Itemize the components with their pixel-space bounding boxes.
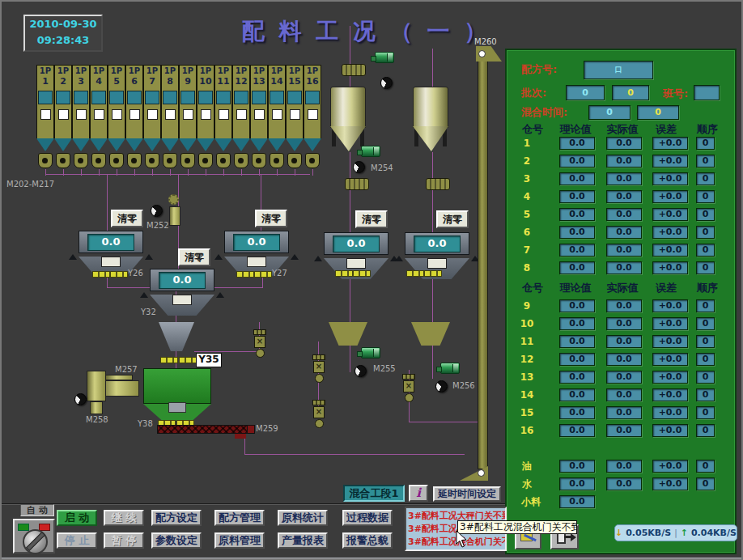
- material-stats-button[interactable]: 原料统计: [278, 510, 328, 526]
- small-material-value: 0.0: [559, 495, 595, 508]
- bin-5-order-value: 0: [696, 208, 715, 221]
- bin-9-actual-value: 0.0: [606, 299, 642, 312]
- material-manage-button[interactable]: 原料管理: [214, 532, 265, 549]
- feeder-unit-3: 1P3: [72, 65, 90, 139]
- feeder-led: [76, 109, 87, 120]
- feeder-window: [163, 91, 177, 104]
- bin-15-error-value: +0.0: [652, 406, 688, 419]
- feeder-window: [287, 91, 302, 104]
- extra-1-theory-value: 0.0: [559, 477, 595, 490]
- feeder-prefix: 1P: [269, 66, 285, 76]
- feeder-prefix: 1P: [180, 66, 196, 76]
- feeder-window: [56, 91, 70, 104]
- bin-15-theory-value: 0.0: [559, 406, 595, 419]
- feeder-window: [305, 91, 320, 104]
- gate-indicator-strip: [424, 270, 442, 277]
- feeder-prefix: 1P: [37, 66, 53, 76]
- feeder-number: 15: [287, 76, 303, 87]
- mouse-cursor: [455, 531, 468, 549]
- gate-indicator-strip: [254, 271, 272, 278]
- feeder-cone-icon: [72, 138, 90, 151]
- feeder-prefix: 1P: [55, 66, 71, 76]
- feeder-window: [252, 91, 266, 104]
- clear-button-y26[interactable]: 清零: [111, 210, 143, 227]
- mixer-feed-funnel: [159, 322, 194, 351]
- scale-gate: [427, 258, 447, 269]
- clear-button-scale5[interactable]: 清零: [436, 210, 469, 228]
- continue-button[interactable]: 继 续: [104, 510, 144, 526]
- extra-1-error-value: +0.0: [652, 477, 688, 490]
- mixer-drive: [105, 375, 133, 380]
- param-setting-button[interactable]: 参数设定: [151, 532, 202, 549]
- bin-7-error-value: +0.0: [652, 244, 688, 257]
- feeder-number: 5: [108, 76, 125, 87]
- process-data-button[interactable]: 过程数据: [342, 510, 393, 526]
- tag-y35: Y35: [196, 353, 222, 367]
- scale-housing: 0.0: [79, 231, 143, 253]
- clear-button-y27[interactable]: 清零: [255, 210, 287, 227]
- bin-2-actual-value: 0.0: [606, 155, 642, 168]
- pause-button[interactable]: 暂 停: [104, 532, 144, 549]
- mode-selector-knob[interactable]: [23, 529, 48, 554]
- extra-0-actual-value: 0.0: [606, 460, 642, 473]
- motor-icon: [361, 146, 380, 157]
- scale-housing: 0.0: [224, 231, 289, 253]
- elevator-pulley-icon: [478, 50, 486, 57]
- valve-icon: [426, 178, 450, 190]
- feeder-window: [180, 91, 195, 104]
- feeder-unit-4: 1P4: [90, 65, 108, 139]
- motor-icon: [440, 363, 460, 374]
- bin-2-error-value: +0.0: [652, 155, 688, 168]
- mixing-section-button[interactable]: 混合工段1: [343, 485, 405, 502]
- info-icon[interactable]: i: [409, 485, 428, 502]
- feeder-unit-1: 1P1: [36, 65, 54, 139]
- silo-1: [330, 87, 366, 128]
- bin-6-theory-value: 0.0: [559, 226, 595, 239]
- feeder-number: 3: [73, 76, 89, 87]
- scale-value-display: 0.0: [333, 235, 380, 252]
- feeder-unit-10: 1P10: [197, 65, 214, 139]
- bin-3-error-value: +0.0: [652, 172, 688, 185]
- slide-valve-icon: ×: [402, 374, 415, 403]
- feeder-unit-14: 1P14: [268, 65, 286, 139]
- feeder-led: [236, 109, 247, 120]
- pipe-line: [350, 345, 350, 372]
- buffer-hopper: [411, 322, 450, 346]
- clock-date: 2010-09-30: [25, 16, 101, 32]
- feeder-number: 9: [180, 76, 196, 87]
- feeder-prefix: 1P: [233, 66, 249, 76]
- status-indicator-icon: [151, 205, 163, 217]
- delay-time-button[interactable]: 延时时间设定: [433, 486, 501, 502]
- recipe-setting-button[interactable]: 配方设定: [151, 510, 202, 526]
- feeder-prefix: 1P: [215, 66, 231, 76]
- bin-10-theory-value: 0.0: [559, 317, 595, 330]
- extra-1-number: 水: [515, 477, 539, 490]
- feeder-cone-icon: [197, 138, 214, 151]
- output-report-button[interactable]: 产量报表: [278, 532, 328, 549]
- divider: [2, 504, 505, 505]
- feeder-unit-15: 1P15: [286, 65, 304, 139]
- bin-16-theory-value: 0.0: [559, 424, 595, 437]
- gate-indicator-strip: [406, 270, 424, 277]
- bin-3-order-value: 0: [696, 172, 715, 185]
- alarm-summary-button[interactable]: 报警总貌: [342, 532, 393, 549]
- clear-button-y32[interactable]: 清零: [178, 248, 210, 266]
- silo-body: [330, 87, 366, 128]
- scale-housing: 0.0: [150, 269, 214, 291]
- stop-button[interactable]: 停 止: [57, 532, 97, 549]
- recipe-manage-button[interactable]: 配方管理: [214, 510, 265, 526]
- pipe-line: [107, 174, 108, 231]
- clear-button-scale4[interactable]: 清零: [355, 210, 388, 228]
- bin-5-error-value: +0.0: [652, 208, 688, 221]
- feeder-led: [219, 109, 229, 120]
- start-button[interactable]: 启 动: [57, 510, 97, 526]
- feeder-unit-8: 1P8: [161, 65, 179, 139]
- bin-10-actual-value: 0.0: [606, 317, 642, 330]
- rotary-valve-icon: [145, 153, 159, 168]
- bin-14-order-value: 0: [696, 388, 715, 401]
- feeder-number: 2: [55, 76, 71, 87]
- extra-1-order-value: 0: [696, 477, 715, 490]
- scale-gate: [172, 295, 192, 305]
- feeder-number: 10: [197, 76, 214, 87]
- feeder-cone-icon: [54, 138, 72, 151]
